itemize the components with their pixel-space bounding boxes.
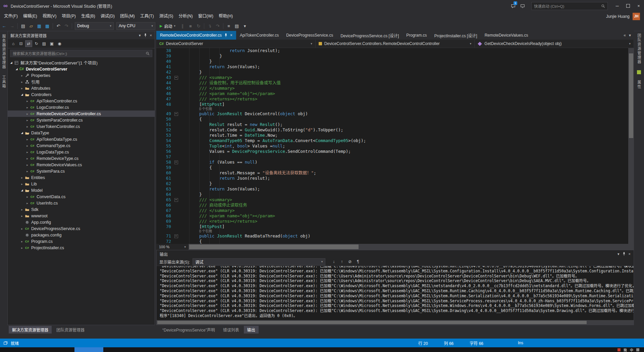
taskbar-active-app-indicator[interactable]	[74, 347, 103, 352]
fold-margin[interactable]: −	[173, 160, 179, 165]
menu-item-2[interactable]: 视图(V)	[40, 12, 59, 21]
tree-item-4[interactable]: ▸Attrubutes	[8, 85, 155, 91]
ime-chinese-mode-icon[interactable]: 中	[630, 347, 633, 352]
fold-margin[interactable]: −	[173, 197, 179, 203]
expander-icon[interactable]: ▸	[25, 157, 30, 160]
menu-item-7[interactable]: 工具(T)	[138, 12, 157, 21]
preview-selected-items-icon[interactable]: ◉	[56, 40, 63, 47]
scrollbar-thumb[interactable]	[157, 321, 587, 324]
close-icon[interactable]: ×	[629, 252, 631, 256]
solution-platforms-select[interactable]: Any CPU▾	[116, 22, 155, 30]
toolbar-options-icon[interactable]: ▾	[241, 24, 249, 29]
tree-item-14[interactable]: ▸C#LogsDataType.cs	[8, 149, 155, 155]
tree-item-3[interactable]: ▸引用	[8, 79, 155, 85]
expander-icon[interactable]: ▸	[25, 202, 30, 205]
restart-icon[interactable]: ↻	[195, 24, 203, 29]
tree-item-0[interactable]: ◢解决方案“DeviceControlServer”(1 个项目)	[8, 59, 155, 66]
menu-item-6[interactable]: 团队(M)	[117, 12, 138, 21]
tree-item-19[interactable]: ▸Lib	[8, 181, 155, 187]
scrollbar-thumb[interactable]	[189, 245, 359, 249]
expander-icon[interactable]: ▸	[25, 144, 30, 147]
tree-item-23[interactable]: ▸Sdk	[8, 206, 155, 213]
tree-item-18[interactable]: ▸Entities	[8, 174, 155, 181]
fold-margin[interactable]: −	[173, 75, 179, 80]
window-position-icon[interactable]: ▾	[139, 33, 141, 38]
codelens-references[interactable]: 0 个引用	[156, 107, 634, 111]
new-file-icon[interactable]: ▤	[19, 24, 27, 29]
editor-horizontal-scrollbar[interactable]	[189, 244, 634, 250]
stop-debugging-icon[interactable]: ■	[186, 24, 195, 29]
expander-icon[interactable]: ◢	[20, 131, 24, 134]
tree-item-8[interactable]: ▸C#RemoteDeviceControlController.cs	[8, 111, 155, 117]
output-text[interactable]: "DeviceControlServer.exe" (CLR v4.0.3031…	[157, 266, 634, 320]
tree-item-15[interactable]: ▸C#RemoteDeviceType.cs	[8, 155, 155, 162]
expander-icon[interactable]: ▸	[20, 214, 24, 218]
navigate-backward-icon[interactable]: ←	[0, 24, 8, 29]
document-tab-0[interactable]: RemoteDeviceControlController.cs×	[156, 31, 236, 40]
fold-collapse-icon[interactable]: −	[174, 112, 178, 116]
bottom-tab-panel-1[interactable]: 错误列表	[220, 326, 243, 334]
expander-icon[interactable]: ▸	[20, 246, 24, 250]
zoom-control[interactable]: 100 % ▾	[156, 244, 189, 250]
expander-icon[interactable]: ▸	[25, 99, 30, 103]
output-horizontal-scrollbar[interactable]	[157, 320, 634, 325]
sync-with-active-document-icon[interactable]: ⇄	[25, 40, 32, 47]
left-strip-tab-0[interactable]: 服务器资源管理器	[1, 34, 6, 69]
tree-item-12[interactable]: ▸C#ApiTokenDataType.cs	[8, 136, 155, 142]
window-position-icon[interactable]: ▾	[618, 252, 620, 256]
expander-icon[interactable]: ▸	[20, 80, 24, 84]
tree-item-1[interactable]: ◢C#DeviceControlServer	[8, 66, 155, 72]
fold-margin[interactable]: −	[173, 233, 179, 239]
feedback-icon[interactable]: 1	[508, 0, 518, 12]
expander-icon[interactable]: ▸	[25, 163, 30, 167]
scroll-tabs-icon[interactable]: «	[624, 33, 626, 38]
find-in-files-icon[interactable]: ≡	[225, 24, 233, 29]
tree-item-25[interactable]: App.config	[8, 219, 155, 225]
menu-item-9[interactable]: 分析(N)	[176, 12, 195, 21]
menu-item-1[interactable]: 编辑(E)	[20, 12, 40, 21]
expander-icon[interactable]: ▸	[25, 195, 30, 199]
fold-collapse-icon[interactable]: −	[174, 76, 178, 80]
word-wrap-icon[interactable]: ¶	[354, 259, 362, 265]
left-strip-tab-1[interactable]: 工具箱	[1, 75, 6, 88]
fold-collapse-icon[interactable]: −	[174, 161, 178, 164]
breadcrumb-segment-2[interactable]: GetDeviceCheckDeviceIsReady(object obj)▾	[475, 40, 634, 48]
tree-item-24[interactable]: ▸wwwroot	[8, 213, 155, 219]
quick-launch-input[interactable]: 快速启动 (Ctrl+Q)	[531, 2, 608, 10]
output-source-select[interactable]: 调试 ▾	[193, 258, 325, 265]
insert-mode[interactable]: Ins	[518, 341, 523, 345]
scrollbar-thumb[interactable]	[629, 53, 633, 138]
pin-icon[interactable]	[144, 33, 147, 37]
clear-all-icon[interactable]: ⊘	[346, 259, 354, 265]
close-icon[interactable]: ×	[150, 33, 152, 37]
minimize-button[interactable]: ─	[612, 0, 623, 12]
codelens-references[interactable]: 0 个引用	[156, 229, 634, 233]
expander-icon[interactable]: ▸	[25, 125, 30, 128]
breadcrumb-segment-1[interactable]: DeviceControlServer.Controllers.RemoteDe…	[316, 40, 475, 48]
expander-icon[interactable]: ▸	[20, 182, 24, 186]
tree-item-2[interactable]: ▸Properties	[8, 72, 155, 79]
document-tab-6[interactable]: RemoteDeviceValues.cs	[481, 31, 532, 40]
expander-icon[interactable]: ▸	[20, 227, 24, 230]
tree-item-21[interactable]: ▸C#ConvertData.cs	[8, 193, 155, 200]
tree-item-29[interactable]: ▸C#ProjectInstaller.cs	[8, 245, 155, 251]
menu-item-4[interactable]: 生成(B)	[78, 12, 98, 21]
expander-icon[interactable]: ▸	[25, 138, 30, 141]
expander-icon[interactable]: ▸	[25, 106, 30, 109]
tree-item-5[interactable]: ◢Controllers	[8, 91, 155, 98]
expander-icon[interactable]: ▸	[20, 74, 24, 77]
maximize-button[interactable]	[623, 0, 633, 12]
document-tab-1[interactable]: ApiTokenController.cs	[236, 31, 282, 40]
save-icon[interactable]: ▦	[35, 24, 43, 29]
tree-item-11[interactable]: ◢DataType	[8, 130, 155, 136]
tree-item-22[interactable]: ▸C#UserInfo.cs	[8, 200, 155, 206]
redo-icon[interactable]: ↷	[62, 24, 70, 29]
tree-item-28[interactable]: ▸C#Program.cs	[8, 238, 155, 245]
solution-explorer-search-input[interactable]: 搜索解决方案资源管理器(Ctrl+;)	[10, 50, 152, 57]
live-share-icon[interactable]	[518, 0, 527, 12]
expander-icon[interactable]: ◢	[20, 93, 24, 96]
break-all-icon[interactable]: ∥	[178, 24, 186, 29]
bottom-tab-panel-2[interactable]: 输出	[244, 326, 259, 334]
right-strip-tab-0[interactable]: 团队资源管理器	[636, 34, 642, 64]
expander-icon[interactable]: ◢	[9, 61, 13, 64]
